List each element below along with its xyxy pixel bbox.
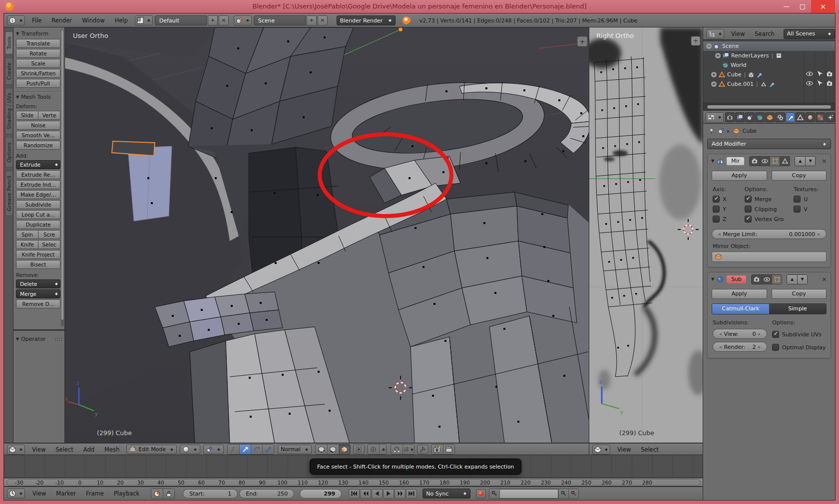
- apply-button[interactable]: Apply: [712, 289, 767, 299]
- play-button[interactable]: [383, 489, 394, 499]
- selectability-cursor-icon[interactable]: [817, 71, 823, 77]
- jump-to-end-button[interactable]: [406, 489, 417, 499]
- viewport-menu-item[interactable]: View: [612, 446, 636, 453]
- snap-magnet-button[interactable]: [391, 445, 403, 454]
- auto-keyframe-button[interactable]: [476, 489, 486, 499]
- end-frame-field[interactable]: End: 250: [239, 489, 294, 499]
- duplicate-button[interactable]: Duplicate: [16, 220, 60, 229]
- outliner-row-cube001[interactable]: + Cube.001 |: [703, 79, 835, 89]
- play-reverse-button[interactable]: [372, 489, 383, 499]
- add-modifier-select[interactable]: Add Modifier: [707, 139, 831, 149]
- snap-element-select[interactable]: [403, 445, 414, 454]
- editor-type-outliner-button[interactable]: [706, 29, 724, 39]
- viewport-visibility-toggle[interactable]: [760, 157, 770, 166]
- texture-v-checkbox[interactable]: [794, 206, 801, 213]
- outliner-row-cube[interactable]: + Cube |: [703, 70, 835, 79]
- expand-node-icon[interactable]: +: [711, 72, 717, 77]
- outliner-scrollbar[interactable]: [703, 103, 835, 111]
- visibility-eye-icon[interactable]: [806, 80, 813, 86]
- tab-world[interactable]: [755, 112, 765, 122]
- tab-render[interactable]: [725, 112, 735, 122]
- mode-select[interactable]: Edit Mode: [126, 445, 177, 454]
- outliner-menu-item[interactable]: Search: [750, 30, 780, 37]
- panel-grip-icon[interactable]: [54, 337, 62, 341]
- sync-mode-select[interactable]: No Sync: [422, 489, 470, 499]
- scene-chooser[interactable]: [234, 15, 252, 25]
- transform-tool-button[interactable]: Rotate: [16, 49, 60, 58]
- render-visibility-toggle[interactable]: [750, 157, 760, 166]
- timeline-menu-item[interactable]: Playback: [109, 490, 144, 497]
- remove-doubles-button[interactable]: Remove D...: [16, 299, 60, 308]
- vertex-groups-checkbox[interactable]: [745, 216, 752, 223]
- timeline-menu-item[interactable]: Frame: [81, 490, 109, 497]
- copy-button[interactable]: Copy: [772, 171, 827, 181]
- manipulator-axes-button[interactable]: [228, 445, 239, 454]
- collapse-node-icon[interactable]: −: [706, 43, 712, 49]
- cage-display-toggle[interactable]: [780, 157, 790, 166]
- delete-keyframe-button[interactable]: [568, 489, 578, 499]
- editor-type-timeline-button[interactable]: [7, 489, 25, 499]
- knife-button[interactable]: Knife: [16, 240, 38, 249]
- properties-region-expand-button[interactable]: +: [577, 36, 587, 46]
- delete-layout-button[interactable]: ×: [219, 15, 229, 25]
- edge-select-button[interactable]: [327, 445, 339, 454]
- apply-button[interactable]: Apply: [712, 171, 767, 181]
- spin-button[interactable]: Spin: [16, 230, 38, 239]
- visibility-eye-icon[interactable]: [806, 71, 813, 77]
- manipulator-scale-button[interactable]: [262, 445, 274, 454]
- extrude-individual-button[interactable]: Extrude Ind...: [16, 180, 60, 189]
- optimal-display-checkbox[interactable]: [772, 344, 779, 351]
- close-button[interactable]: ×: [811, 0, 835, 13]
- axis-x-checkbox[interactable]: [713, 196, 720, 203]
- view-subdivisions-slider[interactable]: View: 0: [713, 329, 767, 339]
- snap-target-button[interactable]: [417, 445, 428, 454]
- texture-u-checkbox[interactable]: [794, 196, 801, 203]
- extrude-region-button[interactable]: Extrude Re...: [16, 170, 60, 179]
- tab-material[interactable]: [806, 112, 815, 122]
- tab-texture[interactable]: [816, 112, 825, 122]
- operator-panel-header[interactable]: ▼ Operator: [16, 336, 62, 342]
- subdivide-button[interactable]: Subdivide: [16, 200, 60, 209]
- manipulator-rotate-button[interactable]: [251, 445, 262, 454]
- tab-render-layers[interactable]: [735, 112, 745, 122]
- viewport-menu-item[interactable]: Mesh: [99, 446, 124, 453]
- info-menu-item[interactable]: Help: [110, 17, 133, 24]
- catmull-clark-button[interactable]: Catmull-Clark: [712, 304, 769, 314]
- layout-name-field[interactable]: Default: [155, 15, 207, 25]
- tool-shelf-scrollbar[interactable]: [61, 30, 64, 326]
- timeline-menu-item[interactable]: Marker: [51, 490, 81, 497]
- tab-create[interactable]: Create: [5, 57, 12, 85]
- use-preview-range-button[interactable]: [151, 489, 163, 499]
- merge-checkbox[interactable]: [745, 196, 752, 203]
- info-menu-item[interactable]: File: [27, 17, 46, 24]
- tab-grease-pencil[interactable]: Grease Pencil: [5, 171, 12, 216]
- editor-type-3dview-button[interactable]: [592, 445, 610, 455]
- editor-type-info-button[interactable]: i: [7, 15, 25, 25]
- edit-mode-display-toggle[interactable]: [770, 157, 780, 166]
- outliner-row-renderlayers[interactable]: + RenderLayers |: [703, 51, 835, 60]
- move-modifier-up-button[interactable]: ▲: [787, 275, 797, 284]
- keying-set-field[interactable]: [499, 489, 558, 499]
- proportional-edit-select[interactable]: [367, 444, 387, 455]
- expand-node-icon[interactable]: +: [715, 53, 721, 58]
- tab-scene[interactable]: [745, 112, 755, 122]
- limit-to-visible-button[interactable]: [353, 445, 365, 454]
- render-engine-select[interactable]: Blender Render: [337, 15, 396, 25]
- outliner-row-scene[interactable]: − Scene: [703, 41, 835, 51]
- randomize-button[interactable]: Randomize: [16, 141, 60, 150]
- outliner-row-world[interactable]: World: [703, 60, 835, 70]
- transform-tool-button[interactable]: Shrink/Fatten: [16, 69, 60, 78]
- edit-mode-display-toggle[interactable]: [772, 275, 782, 284]
- delete-scene-button[interactable]: ×: [318, 15, 328, 25]
- info-menu-item[interactable]: Render: [46, 17, 77, 24]
- main-3d-viewport[interactable]: x y z User Ortho (299) Cube +: [65, 27, 589, 443]
- jump-to-start-button[interactable]: [349, 489, 360, 499]
- tab-tools[interactable]: Tools: [5, 31, 12, 54]
- tab-constraints[interactable]: [775, 112, 785, 122]
- tab-shading-uvs[interactable]: Shading / UVs: [5, 88, 12, 134]
- selected-face-outline[interactable]: [112, 141, 155, 156]
- merge-menu-button[interactable]: Merge: [16, 289, 60, 298]
- previous-keyframe-button[interactable]: [360, 489, 371, 499]
- subdivide-uvs-checkbox[interactable]: [772, 331, 779, 338]
- make-edge-face-button[interactable]: Make Edge/...: [16, 190, 60, 199]
